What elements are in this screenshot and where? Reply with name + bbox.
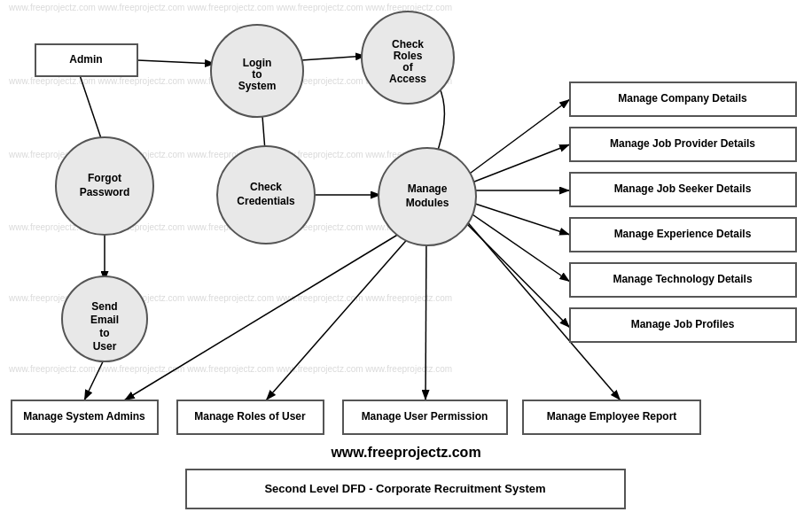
send-email-label-2: Email (90, 314, 119, 326)
manage-technology-label: Manage Technology Details (613, 273, 752, 285)
manage-company-label: Manage Company Details (618, 92, 747, 105)
manage-permission-label: Manage User Permission (362, 410, 488, 423)
svg-text:www.freeprojectz.com          : www.freeprojectz.com www.freeprojectz.co… (8, 3, 452, 12)
manage-admins-label: Manage System Admins (23, 410, 145, 423)
manage-modules-label-2: Modules (406, 197, 449, 209)
arrow-login-checkroles (301, 56, 366, 60)
forgot-label-2: Password (80, 186, 130, 198)
admin-label: Admin (69, 53, 102, 66)
forgot-label-1: Forgot (88, 172, 121, 184)
manage-jobprovider-label: Manage Job Provider Details (610, 137, 755, 150)
manage-jobseeker-label: Manage Job Seeker Details (614, 182, 752, 195)
website-text: www.freeprojectz.com (330, 445, 480, 460)
diagram-container: www.freeprojectz.com www.freeprojectz.co… (0, 0, 812, 520)
manage-employee-label: Manage Employee Report (547, 410, 677, 423)
manage-roles-label: Manage Roles of User (194, 410, 306, 423)
send-email-label-1: Send (91, 300, 117, 313)
arrow-manage-experience (470, 202, 570, 235)
arrow-admin-login (137, 60, 215, 64)
login-label-2: to (252, 68, 262, 81)
arrow-manage-technology (467, 211, 570, 282)
manage-experience-label: Manage Experience Details (614, 228, 752, 240)
manage-jobprofiles-label: Manage Job Profiles (631, 318, 735, 330)
check-roles-label-3: of (402, 61, 413, 74)
check-roles-label-1: Check (392, 38, 424, 50)
check-roles-label-4: Access (389, 73, 426, 85)
arrow-manage-permission (426, 230, 426, 400)
svg-text:www.freeprojectz.com          : www.freeprojectz.com www.freeprojectz.co… (8, 364, 452, 374)
arrow-manage-roles (266, 229, 417, 400)
login-label-3: System (238, 80, 277, 92)
send-email-label-3: to (99, 327, 109, 339)
caption-text: Second Level DFD - Corporate Recruitment… (264, 482, 545, 495)
check-creds-label-1: Check (250, 181, 282, 193)
arrow-manage-jobprovider (470, 144, 570, 183)
check-creds-label-2: Credentials (237, 195, 295, 207)
send-email-label-4: User (93, 340, 117, 353)
login-label-1: Login (243, 57, 272, 69)
arrow-manage-admins (124, 229, 408, 400)
check-roles-label-2: Roles (394, 50, 423, 62)
manage-modules-label-1: Manage (408, 182, 448, 195)
